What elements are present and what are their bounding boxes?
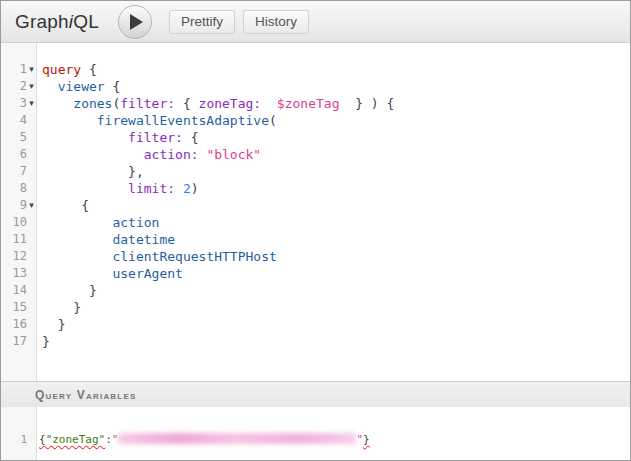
app-logo: GraphiQL (15, 11, 99, 33)
code-token: } (89, 283, 97, 298)
code-token (261, 96, 277, 111)
code-line[interactable]: action (42, 214, 630, 231)
fold-spacer (27, 163, 36, 180)
gutter-line: 14 (1, 282, 36, 299)
code-token (42, 198, 81, 213)
code-token: clientRequestHTTPHost (112, 249, 276, 264)
prettify-button[interactable]: Prettify (169, 10, 235, 34)
code-line[interactable]: filter: { (42, 129, 630, 146)
gutter-line: 9▾ (1, 197, 36, 214)
code-line[interactable]: zones(filter: { zoneTag: $zoneTag } ) { (42, 95, 630, 112)
redacted-value (118, 433, 356, 444)
fold-spacer (27, 316, 36, 333)
code-line[interactable]: } (42, 282, 630, 299)
code-line[interactable]: userAgent (42, 265, 630, 282)
code-token: " (112, 433, 119, 446)
line-number: 1 (1, 432, 27, 447)
code-line[interactable]: limit: 2) (42, 180, 630, 197)
logo-text-ql: QL (73, 11, 99, 32)
query-editor-gutter: 1▾2▾3▾456789▾1011121314151617 (1, 43, 37, 381)
code-token (191, 96, 199, 111)
fold-arrow-icon[interactable]: ▾ (27, 78, 36, 95)
code-line[interactable]: { (42, 197, 630, 214)
variables-editor-code[interactable]: {"zoneTag":""} (37, 407, 630, 460)
variables-editor-gutter: 1 (1, 407, 37, 460)
code-token: } (73, 300, 81, 315)
line-number: 17 (1, 333, 27, 350)
query-variables-title-bar[interactable]: Query Variables (1, 381, 630, 407)
code-token: { (81, 198, 89, 213)
code-token (42, 215, 112, 230)
code-token (42, 181, 128, 196)
toolbar: GraphiQL Prettify History (1, 1, 630, 43)
gutter-line: 1▾ (1, 61, 36, 78)
code-line[interactable]: } (42, 316, 630, 333)
line-number: 14 (1, 282, 27, 299)
execute-query-button[interactable] (118, 5, 152, 39)
code-token: "zoneTag" (46, 433, 106, 446)
code-token (175, 181, 183, 196)
gutter-line: 5 (1, 129, 36, 146)
code-line[interactable]: } (42, 333, 630, 350)
code-token: } (42, 334, 50, 349)
graphiql-window: GraphiQL Prettify History 1▾2▾3▾456789▾1… (0, 0, 631, 461)
query-editor[interactable]: 1▾2▾3▾456789▾1011121314151617 query { vi… (1, 43, 630, 381)
fold-spacer (27, 333, 36, 350)
gutter-line: 7 (1, 163, 36, 180)
fold-spacer (27, 299, 36, 316)
code-line[interactable]: clientRequestHTTPHost (42, 248, 630, 265)
query-editor-code[interactable]: query { viewer { zones(filter: { zoneTag… (37, 43, 630, 381)
line-number: 12 (1, 248, 27, 265)
play-icon (130, 14, 143, 30)
code-token: : (105, 433, 112, 446)
fold-arrow-icon[interactable]: ▾ (27, 197, 36, 214)
code-line[interactable]: query { (42, 61, 630, 78)
code-token: ( (269, 113, 277, 128)
code-line[interactable]: } (42, 299, 630, 316)
code-line[interactable]: firewallEventsAdaptive( (42, 112, 630, 129)
line-number: 3 (1, 95, 27, 112)
code-token: limit: (128, 181, 175, 196)
line-number: 10 (1, 214, 27, 231)
code-token: { (81, 62, 97, 77)
fold-spacer (27, 248, 36, 265)
line-number: 4 (1, 112, 27, 129)
fold-arrow-icon[interactable]: ▾ (27, 61, 36, 78)
code-token (42, 79, 58, 94)
code-line[interactable]: }, (42, 163, 630, 180)
code-token (339, 96, 355, 111)
code-token: } ) { (355, 96, 394, 111)
code-token (42, 130, 128, 145)
code-token (42, 249, 112, 264)
gutter-line: 12 (1, 248, 36, 265)
variables-editor[interactable]: 1 {"zoneTag":""} (1, 407, 630, 460)
code-token: "block" (206, 147, 261, 162)
fold-spacer (27, 146, 36, 163)
query-variables-title: Query Variables (35, 388, 137, 402)
code-token: firewallEventsAdaptive (97, 113, 269, 128)
fold-spacer (27, 180, 36, 197)
line-number: 7 (1, 163, 27, 180)
code-line[interactable]: viewer { (42, 78, 630, 95)
line-number: 13 (1, 265, 27, 282)
code-line[interactable]: action: "block" (42, 146, 630, 163)
code-token: action (112, 215, 159, 230)
code-token: $zoneTag (277, 96, 340, 111)
code-line[interactable]: {"zoneTag":""} (39, 432, 630, 447)
code-token: filter: (128, 130, 183, 145)
gutter-line: 1 (1, 432, 36, 447)
gutter-line: 16 (1, 316, 36, 333)
code-token: { (105, 79, 121, 94)
code-token (183, 130, 191, 145)
code-token: query (42, 62, 81, 77)
line-number: 5 (1, 129, 27, 146)
code-token: ) (191, 181, 199, 196)
code-line[interactable]: datetime (42, 231, 630, 248)
code-token: }, (128, 164, 144, 179)
fold-spacer (27, 112, 36, 129)
code-token (42, 147, 144, 162)
history-button[interactable]: History (243, 10, 309, 34)
code-token (42, 317, 58, 332)
gutter-line: 11 (1, 231, 36, 248)
fold-arrow-icon[interactable]: ▾ (27, 95, 36, 112)
